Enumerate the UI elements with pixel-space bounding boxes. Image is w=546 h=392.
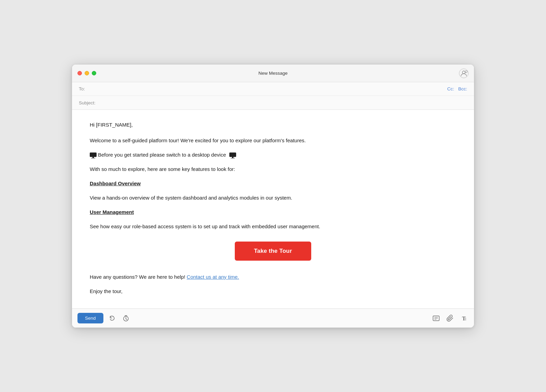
contact-link[interactable]: Contact us at any time. [187, 274, 239, 280]
svg-point-0 [462, 71, 465, 74]
desktop-notice-line: Before you get started please switch to … [90, 151, 456, 159]
email-body: Hi [FIRST_NAME], Welcome to a self-guide… [72, 110, 474, 308]
window-title: New Message [258, 71, 288, 76]
toolbar-left-icons [109, 315, 129, 322]
timer-icon[interactable] [123, 315, 129, 322]
format-icon[interactable] [432, 315, 440, 322]
intro-text: Welcome to a self-guided platform tour! … [90, 136, 456, 145]
cc-bcc-group: Cc: Bcc: [447, 86, 467, 91]
svg-rect-4 [92, 157, 94, 158]
traffic-lights [77, 71, 96, 75]
title-bar: New Message + [72, 64, 474, 82]
subject-input[interactable] [99, 100, 467, 105]
svg-rect-7 [232, 157, 233, 158]
monitor-icon-left [90, 151, 97, 159]
to-field-row: To: Cc: Bcc: [72, 82, 474, 96]
desktop-notice-text: Before you get started please switch to … [98, 151, 226, 159]
to-input[interactable] [99, 86, 447, 91]
subject-label: Subject: [79, 100, 99, 105]
close-button[interactable] [77, 71, 82, 75]
section2-desc: See how easy our role-based access syste… [90, 222, 456, 231]
undo-icon[interactable] [109, 315, 116, 322]
minimize-button[interactable] [85, 71, 89, 75]
section2-heading: User Management [90, 208, 456, 216]
closing-text: Enjoy the tour, [90, 287, 456, 295]
svg-text:I: I [465, 317, 466, 321]
bcc-button[interactable]: Bcc: [458, 86, 467, 91]
svg-rect-8 [231, 158, 235, 158]
features-intro-text: With so much to explore, here are some k… [90, 165, 456, 173]
greeting-text: Hi [FIRST_NAME], [90, 121, 456, 129]
subject-field-row: Subject: [72, 96, 474, 110]
take-the-tour-button[interactable]: Take the Tour [235, 242, 311, 261]
section1-desc: View a hands-on overview of the system d… [90, 194, 456, 202]
svg-rect-5 [91, 158, 95, 158]
attachment-icon[interactable] [447, 315, 454, 322]
send-button[interactable]: Send [77, 313, 103, 323]
contact-line: Have any questions? We are here to help!… [90, 273, 456, 281]
toolbar-right-icons: T I [432, 315, 469, 322]
svg-text:+: + [465, 71, 466, 73]
to-label: To: [79, 86, 99, 91]
contacts-icon[interactable]: + [459, 69, 469, 78]
svg-rect-6 [229, 153, 236, 157]
text-format-icon[interactable]: T I [461, 315, 469, 322]
contact-line-text: Have any questions? We are here to help! [90, 274, 185, 280]
monitor-icon-right [229, 151, 236, 159]
section1: Dashboard Overview View a hands-on overv… [90, 179, 456, 202]
toolbar: Send [72, 308, 474, 328]
email-compose-window: New Message + To: Cc: Bcc: Subject: Hi [ [72, 64, 474, 328]
cta-container: Take the Tour [90, 242, 456, 261]
cc-button[interactable]: Cc: [447, 86, 454, 91]
svg-rect-3 [90, 153, 97, 157]
email-header: To: Cc: Bcc: Subject: [72, 82, 474, 110]
section1-heading: Dashboard Overview [90, 179, 456, 188]
maximize-button[interactable] [92, 71, 96, 75]
svg-line-11 [126, 319, 127, 320]
section2: User Management See how easy our role-ba… [90, 208, 456, 231]
